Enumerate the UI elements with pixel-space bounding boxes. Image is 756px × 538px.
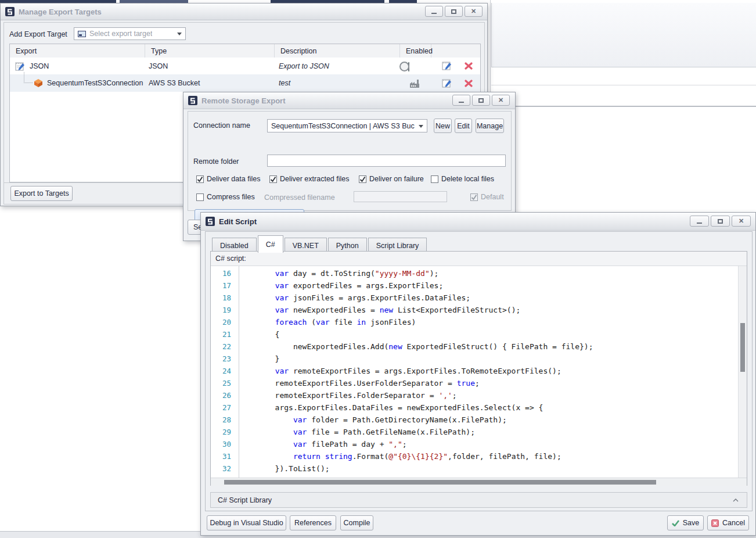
connection-name-label: Connection name: [193, 121, 250, 130]
add-export-target-label: Add Export Target: [9, 30, 67, 38]
column-header-export[interactable]: Export: [10, 44, 145, 58]
code-line: 19 var newExportedFiles = new List<Expor…: [211, 304, 747, 316]
export-name: JSON: [30, 62, 49, 70]
close-button[interactable]: ✕: [465, 6, 483, 17]
column-header-description[interactable]: Description: [275, 44, 400, 58]
code-line: 21 {: [211, 328, 747, 340]
debug-in-visual-studio-button[interactable]: Debug in Visual Studio: [207, 515, 286, 530]
compile-button[interactable]: Compile: [340, 515, 373, 530]
close-button[interactable]: ✕: [492, 95, 510, 106]
export-target-form-icon: [78, 31, 86, 37]
code-editor[interactable]: 16 var day = dt.ToString("yyyy-MM-dd");1…: [211, 266, 747, 478]
table-header-row: Export Type Description Enabled: [10, 44, 480, 58]
code-line: 25 remoteExportFiles.UserFolderSeparator…: [211, 377, 747, 389]
code-line: 27 args.ExportFiles.DataFiles = newExpor…: [211, 401, 747, 414]
connection-name-value: SequentumTestS3Connection | AWS S3 Buc: [271, 122, 415, 130]
table-row[interactable]: SequentumTestS3Connection AWS S3 Bucket …: [10, 74, 480, 92]
code-line: 20 foreach (var file in jsonFiles): [211, 316, 747, 328]
save-button[interactable]: Save: [667, 515, 704, 530]
column-header-type[interactable]: Type: [145, 44, 275, 58]
tab-csharp[interactable]: C#: [258, 235, 283, 253]
remote-window-titlebar[interactable]: Remote Storage Export ✕: [183, 92, 515, 109]
compress-files-checkbox[interactable]: Compress files: [196, 193, 255, 201]
maximize-button[interactable]: [711, 216, 730, 227]
background-window-panel: [491, 3, 756, 67]
select-export-target-placeholder: Select export target: [89, 30, 152, 38]
export-description: Export to JSON: [279, 62, 329, 70]
cancel-button[interactable]: Cancel: [707, 515, 749, 530]
deliver-on-failure-checkbox[interactable]: Deliver on failure: [359, 175, 424, 183]
enabled-toggle[interactable]: [408, 63, 409, 71]
deliver-extracted-files-checkbox[interactable]: Deliver extracted files: [269, 175, 350, 183]
window-title: Edit Script: [219, 217, 257, 226]
tree-connector: [24, 72, 33, 83]
horizontal-scrollbar-thumb[interactable]: [224, 480, 656, 485]
chevron-down-icon: [419, 125, 423, 128]
delete-icon[interactable]: [465, 62, 473, 71]
deliver-data-files-checkbox[interactable]: Deliver data files: [196, 175, 260, 183]
script-window-titlebar[interactable]: Edit Script ✕: [201, 213, 755, 231]
maximize-button[interactable]: [445, 6, 463, 17]
vertical-scrollbar[interactable]: [738, 266, 747, 478]
script-tab-strip: Disabled C# VB.NET Python Script Library: [212, 235, 428, 253]
chevron-up-icon[interactable]: [733, 498, 739, 502]
references-button[interactable]: References: [290, 515, 336, 530]
code-line: 32 }).ToList();: [211, 462, 747, 475]
s3-cube-icon: [34, 78, 43, 89]
export-description: test: [279, 79, 290, 87]
minimize-button[interactable]: [425, 6, 443, 17]
horizontal-scrollbar[interactable]: [211, 478, 747, 486]
minimize-button[interactable]: [690, 216, 709, 227]
script-editor-groupbox: C# script: 16 var day = dt.ToString("yyy…: [210, 251, 747, 486]
code-line: 29 var file = Path.GetFileName(x.FilePat…: [211, 426, 747, 438]
code-line: 22 newExportedFiles.Add(new ExportedFile…: [211, 340, 747, 353]
table-row[interactable]: JSON JSON Export to JSON: [10, 58, 480, 74]
minimize-button[interactable]: [452, 95, 470, 106]
close-button[interactable]: ✕: [732, 216, 751, 227]
edit-script-window: Edit Script ✕ Disabled C# VB.NET Python …: [200, 212, 756, 536]
code-lines: 16 var day = dt.ToString("yyyy-MM-dd");1…: [211, 266, 747, 475]
code-line: 17 var exportedFiles = args.ExportFiles;: [211, 279, 747, 292]
export-name: SequentumTestS3Connection: [47, 79, 143, 87]
compressed-filename-label: Compressed filename: [264, 193, 335, 202]
manage-window-titlebar[interactable]: Manage Export Targets ✕: [1, 3, 487, 20]
delete-local-files-checkbox[interactable]: Delete local files: [431, 175, 494, 183]
manage-connections-button[interactable]: Manage: [476, 119, 504, 133]
edit-icon[interactable]: [441, 78, 452, 90]
script-library-label: C# Script Library: [218, 496, 272, 504]
select-export-target-dropdown[interactable]: Select export target: [74, 27, 186, 40]
edit-connection-button[interactable]: Edit: [455, 119, 472, 133]
export-type: JSON: [149, 62, 168, 70]
edit-icon[interactable]: [441, 60, 452, 73]
code-line: 24 var remoteExportFiles = args.ExportFi…: [211, 365, 747, 377]
default-checkbox[interactable]: Default: [470, 193, 504, 201]
sequentum-logo-icon: [188, 96, 197, 105]
remote-folder-input[interactable]: [267, 155, 506, 167]
remote-content-panel: Connection name SequentumTestS3Connectio…: [188, 111, 512, 211]
window-title: Manage Export Targets: [19, 8, 102, 16]
code-line: 18 var jsonFiles = args.ExportFiles.Data…: [211, 292, 747, 304]
background-window-line: [516, 106, 756, 107]
column-header-actions: [431, 44, 481, 58]
json-file-icon: [15, 61, 25, 73]
delete-icon[interactable]: [465, 80, 473, 89]
script-library-bar[interactable]: C# Script Library: [210, 492, 747, 508]
window-title: Remote Storage Export: [201, 96, 285, 105]
new-connection-button[interactable]: New: [434, 119, 452, 133]
code-line: 31 return string.Format(@"{0}\{1}{2}",fo…: [211, 450, 747, 462]
column-header-enabled[interactable]: Enabled: [400, 44, 431, 58]
compressed-filename-input[interactable]: [354, 191, 447, 202]
maximize-button[interactable]: [472, 95, 490, 106]
script-language-label: C# script:: [211, 252, 747, 266]
code-line: 28 var folder = Path.GetDirectoryName(x.…: [211, 414, 747, 426]
export-type: AWS S3 Bucket: [149, 79, 200, 87]
sequentum-logo-icon: [206, 217, 215, 226]
vertical-scrollbar-thumb[interactable]: [740, 323, 745, 372]
export-to-targets-button[interactable]: Export to Targets: [10, 186, 73, 201]
connection-name-dropdown[interactable]: SequentumTestS3Connection | AWS S3 Buc: [267, 119, 427, 132]
script-content-panel: Disabled C# VB.NET Python Script Library…: [205, 231, 753, 511]
code-line: 23 }: [211, 353, 747, 365]
remote-folder-label: Remote folder: [193, 157, 239, 166]
code-line: 16 var day = dt.ToString("yyyy-MM-dd");: [211, 267, 747, 279]
code-line: 30 var filePath = day + ",";: [211, 438, 747, 450]
